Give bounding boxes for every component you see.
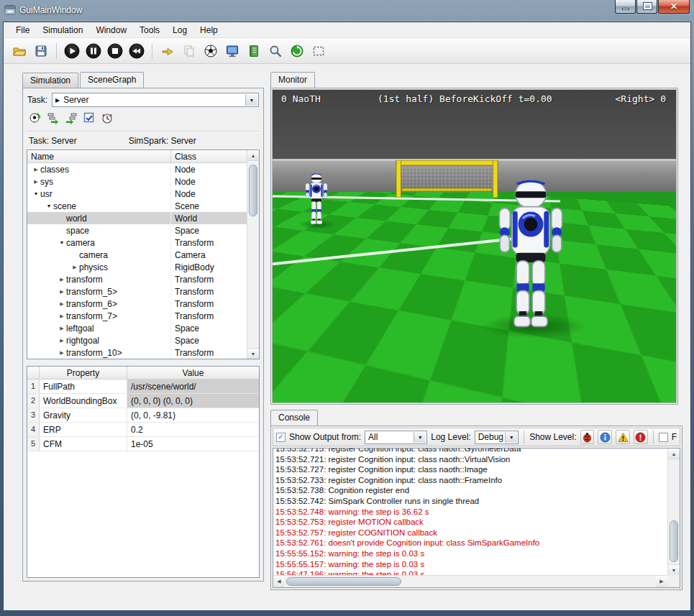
step-back-button[interactable]: [127, 41, 147, 61]
output-source-select[interactable]: All ▼: [365, 431, 427, 444]
tree-row-camera-transform[interactable]: ▼camera Transform: [27, 236, 259, 249]
scroll-down-icon[interactable]: ▼: [668, 564, 680, 575]
stop-button[interactable]: [105, 41, 125, 61]
import-scenegraph-button[interactable]: [63, 110, 79, 126]
tab-monitor[interactable]: Monitor: [270, 72, 315, 88]
scrollbar-thumb[interactable]: [286, 577, 401, 586]
menu-help[interactable]: Help: [193, 23, 224, 37]
tree-row-transform10[interactable]: ▶transform_10> Transform: [27, 346, 259, 359]
scrollbar-thumb[interactable]: [670, 520, 678, 562]
console-horizontal-scrollbar[interactable]: ◀ ▶: [273, 575, 667, 587]
scroll-right-icon[interactable]: ▶: [656, 576, 667, 587]
value-column-header[interactable]: Value: [127, 367, 259, 379]
chevron-down-icon[interactable]: ▼: [245, 94, 257, 106]
tree-row-space[interactable]: space Space: [27, 224, 259, 236]
tree-row-physics[interactable]: ▶physics RigidBody: [27, 261, 259, 273]
expand-icon[interactable]: ▶: [70, 265, 79, 270]
collapse-icon[interactable]: ▼: [32, 191, 40, 196]
copy-button[interactable]: [179, 41, 199, 61]
scroll-up-icon[interactable]: ▲: [247, 150, 259, 161]
property-row-cfm[interactable]: 5 CFM 1e-05: [27, 437, 259, 451]
tree-column-name[interactable]: Name: [27, 150, 171, 162]
expand-icon[interactable]: ▶: [58, 338, 66, 344]
log-document-button[interactable]: [244, 41, 264, 61]
open-button[interactable]: [9, 41, 29, 61]
menu-log[interactable]: Log: [166, 23, 193, 37]
property-value[interactable]: (0, 0, 0) (0, 0, 0): [127, 394, 259, 408]
task-select[interactable]: ▶ Server ▼: [52, 93, 259, 107]
tree-column-class[interactable]: Class: [171, 150, 259, 162]
warning-level-button[interactable]: [616, 430, 630, 444]
property-row-fullpath[interactable]: 1 FullPath /usr/scene/world/: [27, 380, 259, 394]
scroll-left-icon[interactable]: ◀: [273, 576, 285, 587]
chevron-down-icon[interactable]: ▼: [505, 432, 517, 443]
tree-row-transform6[interactable]: ▶transform_6> Transform: [27, 298, 259, 310]
minimize-button[interactable]: [615, 0, 636, 14]
tree-row-camera[interactable]: camera Camera: [27, 249, 259, 261]
selection-button[interactable]: [309, 41, 329, 61]
expand-icon[interactable]: ▶: [58, 277, 66, 282]
menu-simulation[interactable]: Simulation: [36, 23, 89, 37]
expand-icon[interactable]: ▶: [58, 289, 66, 295]
menu-tools[interactable]: Tools: [133, 23, 166, 37]
property-row-gravity[interactable]: 3 Gravity (0, 0, -9.81): [27, 408, 259, 423]
title-bar[interactable]: GuiMainWindow ✕: [0, 0, 694, 22]
tree-row-sys[interactable]: ▶sys Node: [27, 175, 259, 188]
close-button[interactable]: ✕: [658, 0, 690, 14]
maximize-button[interactable]: [636, 0, 657, 14]
tab-scenegraph[interactable]: SceneGraph: [80, 72, 144, 88]
error-level-button[interactable]: [634, 430, 648, 444]
tab-console[interactable]: Console: [270, 410, 318, 426]
property-row-erp[interactable]: 4 ERP 0.2: [27, 423, 259, 437]
real-time-button[interactable]: [287, 41, 307, 61]
soccer-ball-button[interactable]: [201, 41, 221, 61]
tab-simulation[interactable]: Simulation: [22, 73, 78, 88]
save-button[interactable]: [31, 41, 51, 61]
tree-row-transform[interactable]: ▶transform Transform: [27, 273, 259, 285]
zoom-button[interactable]: [265, 41, 286, 61]
expand-icon[interactable]: ▶: [58, 350, 66, 356]
load-log-button[interactable]: [157, 41, 178, 61]
expand-icon[interactable]: ▶: [58, 301, 66, 307]
sync-scene-button[interactable]: [27, 110, 43, 126]
tree-scrollbar[interactable]: ▲ ▼: [247, 150, 259, 359]
log-level-select[interactable]: Debug ▼: [475, 431, 519, 444]
monitor-3d-view[interactable]: 0 NaoTH (1st half) BeforeKickOff t=0.00 …: [272, 89, 677, 403]
collapse-icon[interactable]: ▼: [45, 203, 53, 208]
console-vertical-scrollbar[interactable]: ▲ ▼: [667, 449, 680, 575]
pause-button[interactable]: [83, 41, 104, 61]
scroll-down-icon[interactable]: ▼: [247, 348, 259, 359]
property-value[interactable]: /usr/scene/world/: [127, 380, 259, 393]
tree-row-transform7[interactable]: ▶transform_7> Transform: [27, 310, 259, 322]
tree-row-transform5[interactable]: ▶transform_5> Transform: [27, 285, 259, 298]
monitor-button[interactable]: [222, 41, 242, 61]
expand-icon[interactable]: ▶: [58, 326, 66, 331]
filter-checkbox[interactable]: [659, 433, 668, 442]
menu-file[interactable]: File: [9, 23, 36, 37]
export-scenegraph-button[interactable]: [45, 110, 61, 126]
expand-icon[interactable]: ▶: [32, 167, 40, 173]
tree-row-leftgoal[interactable]: ▶leftgoal Space: [27, 322, 259, 334]
property-column-header[interactable]: Property: [40, 367, 127, 379]
info-level-button[interactable]: [598, 430, 612, 444]
debug-level-button[interactable]: [580, 430, 595, 444]
property-value[interactable]: (0, 0, -9.81): [127, 408, 259, 422]
show-output-checkbox[interactable]: ✓: [276, 433, 286, 442]
tree-row-usr[interactable]: ▼usr Node: [27, 188, 259, 200]
console-log[interactable]: 15:53:52.715: register Cognition input: …: [273, 448, 680, 588]
expand-icon[interactable]: ▶: [32, 179, 40, 185]
expand-icon[interactable]: ▶: [58, 313, 66, 319]
property-value[interactable]: 0.2: [127, 423, 259, 436]
property-row-worldboundingbox[interactable]: 2 WorldBoundingBox (0, 0, 0) (0, 0, 0): [27, 394, 259, 408]
collapse-icon[interactable]: ▼: [58, 240, 66, 245]
property-value[interactable]: 1e-05: [127, 437, 259, 451]
tree-row-world[interactable]: world World: [27, 212, 259, 224]
tree-row-rightgoal[interactable]: ▶rightgoal Space: [27, 334, 259, 346]
auto-update-checkbox-button[interactable]: [81, 110, 97, 126]
tree-row-scene[interactable]: ▼scene Scene: [27, 200, 259, 212]
menu-window[interactable]: Window: [89, 23, 133, 37]
timer-button[interactable]: [99, 110, 115, 126]
scrollbar-thumb[interactable]: [249, 165, 257, 216]
chevron-down-icon[interactable]: ▼: [414, 432, 426, 443]
tree-row-classes[interactable]: ▶classes Node: [27, 163, 259, 175]
